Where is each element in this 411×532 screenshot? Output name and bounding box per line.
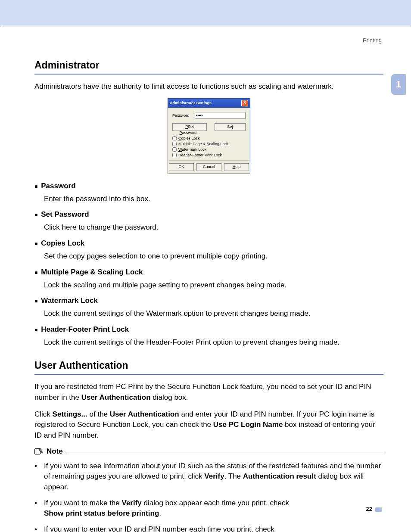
bullet-icon: • [34,498,40,519]
note-rule [66,452,383,452]
section-title-user-authentication: User Authentication [34,360,383,371]
user-auth-p1: If you are restricted from PC Print by t… [34,382,383,403]
def-body: Lock the current settings of the Header-… [44,337,383,348]
top-rule [0,26,411,27]
multiple-page-scaling-lock-label: Multiple Page & Scaling LockMultiple Pag… [178,142,229,146]
square-bullet-icon: ■ [34,210,37,220]
note-item: If you want to see information about you… [44,461,383,493]
note-icon [34,448,44,455]
chapter-tab: 1 [391,74,406,95]
section-rule [34,374,383,375]
copies-lock-checkbox[interactable] [172,136,177,140]
multiple-page-scaling-lock-checkbox[interactable] [172,142,177,146]
watermark-lock-checkbox[interactable] [172,147,177,152]
bullet-icon: • [34,524,40,532]
ok-button[interactable]: OK [169,163,194,171]
def-body: Set the copy pages selection to one to p… [44,251,383,262]
watermark-lock-label: Watermark LockWatermark Lock [178,147,206,152]
copies-lock-label: Copies LockCopies Lock [178,136,200,140]
def-body: Lock the current settings of the Waterma… [44,308,383,319]
square-bullet-icon: ■ [34,296,37,306]
header-footer-print-lock-checkbox[interactable] [172,153,177,157]
def-head: Set Password [41,210,89,220]
definitions-list: ■Password Enter the password into this b… [34,182,383,348]
section-title-administrator: Administrator [34,59,383,71]
def-body: Enter the password into this box. [44,194,383,205]
def-head: Copies Lock [41,239,84,249]
running-head: Printing [363,37,382,44]
def-body: Lock the scaling and multiple page setti… [44,280,383,291]
top-band [0,0,411,26]
def-head: Watermark Lock [41,296,98,306]
dialog-title: Administrator Settings [170,101,212,105]
note-item: If you want to enter your ID and PIN num… [44,524,383,532]
page-number: 22 [366,506,382,512]
password-label: Password [172,113,190,118]
square-bullet-icon: ■ [34,268,37,277]
dialog-titlebar: Administrator Settings X [168,99,250,108]
cancel-button[interactable]: Cancel [196,163,221,171]
square-bullet-icon: ■ [34,239,37,249]
def-body: Click here to change the password. [44,222,383,233]
admin-intro: Administrators have the authority to lim… [34,81,383,92]
set-password-button[interactable]: PSet Password...Set Password... [172,123,207,131]
def-head: Header-Footer Print Lock [41,325,129,335]
square-bullet-icon: ■ [34,182,37,191]
set-button[interactable]: SetSet [215,123,246,131]
def-head: Multiple Page & Scaling Lock [41,268,143,277]
help-button[interactable]: HelpHelp [224,163,249,171]
note-title: Note [47,447,63,456]
section-rule [34,74,383,75]
square-bullet-icon: ■ [34,325,37,335]
header-footer-print-lock-label: Header-Footer Print LockHeader-Footer Pr… [178,153,222,157]
user-auth-p2: Click Settings... of the User Authentica… [34,409,383,441]
bullet-icon: • [34,461,40,493]
password-input[interactable] [195,112,246,119]
note-item: If you want to make the Verify dialog bo… [44,498,383,519]
administrator-settings-dialog: Administrator Settings X Password PSet P… [168,98,250,174]
def-head: Password [41,182,75,191]
close-icon[interactable]: X [241,100,248,106]
